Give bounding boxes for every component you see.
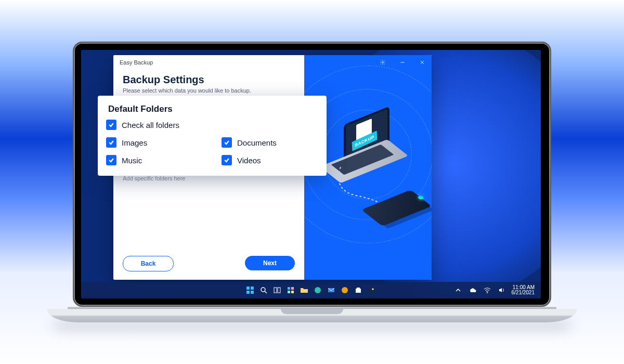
minimize-icon [399, 59, 406, 66]
checkbox-icon [106, 155, 116, 165]
svg-rect-14 [288, 291, 290, 293]
speaker-icon [498, 286, 506, 294]
check-all-label: Check all folders [122, 121, 179, 129]
system-tray: 11:00 AM 6/21/2021 [453, 285, 541, 296]
search-icon [259, 286, 268, 294]
videos-label: Videos [237, 156, 261, 165]
next-button[interactable]: Next [245, 256, 295, 270]
taskbar: 11:00 AM 6/21/2021 [81, 282, 541, 298]
store-icon [354, 286, 362, 294]
search-button[interactable] [259, 285, 268, 295]
close-button[interactable] [413, 55, 432, 70]
store-button[interactable] [354, 285, 363, 295]
task-view-button[interactable] [272, 285, 282, 295]
clock-date: 6/21/2021 [512, 290, 535, 296]
desktop-screen: BACKUP Easy Backup [81, 50, 541, 298]
default-folders-heading: Default Folders [108, 104, 316, 114]
volume-tray-icon[interactable] [497, 285, 506, 295]
documents-label: Documents [237, 138, 277, 147]
wizard-buttons: Back Next [123, 256, 295, 271]
settings-button[interactable] [373, 55, 392, 70]
check-images[interactable]: Images [106, 137, 201, 148]
page-title: Backup Settings [123, 74, 295, 86]
tray-chevron[interactable] [453, 285, 463, 295]
minimize-button[interactable] [393, 55, 412, 70]
svg-rect-4 [246, 287, 250, 290]
taskbar-center [245, 285, 376, 295]
laptop-base [47, 307, 577, 322]
svg-point-18 [342, 287, 348, 293]
mail-button[interactable] [327, 285, 336, 295]
default-folders-card: Default Folders Check all folders Images… [98, 96, 327, 176]
laptop-bezel: BACKUP Easy Backup [73, 42, 551, 307]
file-explorer-button[interactable] [300, 285, 309, 295]
widgets-button[interactable] [286, 285, 295, 295]
svg-rect-20 [357, 288, 360, 289]
edge-button[interactable] [313, 285, 322, 295]
steam-icon [368, 286, 376, 294]
check-music[interactable]: Music [106, 155, 201, 165]
svg-point-22 [372, 288, 373, 290]
taskbar-clock[interactable]: 11:00 AM 6/21/2021 [512, 285, 535, 296]
check-videos[interactable]: Videos [222, 155, 316, 165]
svg-rect-15 [291, 291, 294, 293]
checkbox-icon [222, 155, 232, 165]
svg-rect-19 [356, 289, 361, 293]
svg-point-8 [261, 288, 265, 292]
window-controls [373, 55, 432, 70]
app-button[interactable] [340, 285, 349, 295]
svg-line-9 [265, 291, 267, 293]
checkbox-icon [106, 137, 116, 148]
wifi-icon [483, 286, 491, 294]
checkbox-icon [222, 137, 232, 148]
laptop-frame: BACKUP Easy Backup [73, 42, 551, 322]
svg-point-16 [315, 287, 321, 293]
chevron-up-icon [454, 286, 462, 294]
svg-rect-13 [291, 287, 294, 290]
app-icon [341, 286, 349, 294]
start-button[interactable] [245, 285, 255, 295]
close-icon [419, 59, 425, 66]
svg-rect-7 [251, 291, 254, 294]
page-subtitle: Please select which data you would like … [123, 87, 295, 94]
check-documents[interactable]: Documents [222, 137, 316, 148]
svg-rect-5 [251, 287, 254, 290]
wifi-tray-icon[interactable] [483, 285, 492, 295]
next-button-label: Next [263, 259, 277, 267]
svg-rect-6 [246, 291, 250, 294]
images-label: Images [122, 138, 147, 147]
steam-button[interactable] [367, 285, 376, 295]
edge-icon [314, 286, 322, 294]
mail-icon [327, 286, 335, 294]
gear-icon [380, 59, 386, 66]
back-button-label: Back [141, 260, 156, 267]
checkbox-icon [106, 120, 116, 130]
cloud-icon [469, 286, 477, 294]
svg-point-0 [382, 62, 384, 63]
folder-checklist: Check all folders Images Documents Music [106, 120, 316, 165]
back-button[interactable]: Back [123, 256, 174, 271]
svg-rect-10 [274, 288, 277, 293]
windows-icon [246, 286, 254, 294]
check-all-folders[interactable]: Check all folders [106, 120, 316, 130]
svg-point-23 [487, 292, 488, 293]
onedrive-tray-icon[interactable] [468, 285, 477, 295]
music-label: Music [122, 156, 142, 165]
svg-point-21 [369, 287, 375, 293]
widgets-icon [287, 286, 295, 294]
svg-rect-12 [288, 287, 290, 290]
svg-rect-11 [278, 288, 280, 293]
add-folders-placeholder[interactable]: Add specific folders here [123, 175, 295, 181]
folder-icon [300, 286, 308, 294]
task-view-icon [273, 286, 281, 294]
